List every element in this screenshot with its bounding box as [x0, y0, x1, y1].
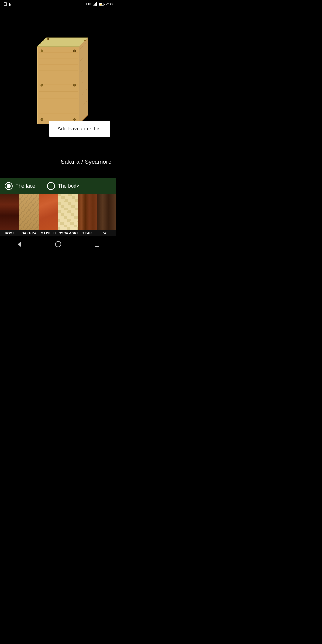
swatches-row: ROSE SAKURA SAPELLI SYCAMORE TEAK W... — [0, 194, 116, 236]
radio-face-label: The face — [16, 183, 35, 189]
swatch-rose-label: ROSE — [0, 230, 19, 236]
svg-marker-39 — [18, 242, 21, 247]
radio-row: The face The body — [0, 178, 116, 194]
signal-icon — [93, 2, 97, 6]
home-icon — [55, 241, 61, 247]
svg-rect-8 — [104, 4, 105, 5]
status-bar: N LTE ⚡ 2:38 — [0, 0, 116, 8]
svg-text:⚡: ⚡ — [100, 3, 103, 6]
swatch-extra-image — [97, 194, 116, 230]
cajon-svg — [19, 35, 97, 127]
back-icon — [16, 241, 23, 247]
svg-text:N: N — [9, 2, 12, 6]
svg-rect-6 — [96, 2, 97, 6]
swatch-teak-image — [78, 194, 97, 230]
swatch-sycamore-label: SYCAMORE — [58, 230, 78, 236]
swatch-rose-image — [0, 194, 19, 230]
svg-point-34 — [41, 84, 43, 86]
svg-point-31 — [73, 50, 76, 52]
svg-point-30 — [41, 50, 43, 52]
sim-icon — [3, 2, 7, 6]
svg-point-32 — [41, 118, 43, 121]
swatch-sycamore[interactable]: SYCAMORE — [58, 194, 78, 236]
nav-back-button[interactable] — [13, 238, 26, 251]
svg-rect-3 — [93, 5, 94, 6]
time-display: 2:38 — [106, 2, 113, 6]
battery-icon: ⚡ — [99, 2, 105, 6]
lte-label: LTE — [86, 3, 91, 6]
cajon-image-area: Add Favourites List — [0, 8, 116, 145]
add-favourites-button[interactable]: Add Favourites List — [49, 121, 110, 137]
swatch-teak-label: TEAK — [78, 230, 97, 236]
svg-point-37 — [47, 38, 49, 40]
status-bar-left: N — [3, 2, 13, 6]
swatch-sakura-image — [19, 194, 39, 230]
swatch-sycamore-image — [58, 194, 78, 230]
svg-marker-13 — [37, 47, 79, 124]
radio-body-circle — [47, 182, 55, 190]
main-content: Add Favourites List Sakura / Sycamore Th… — [0, 8, 116, 252]
swatch-sakura[interactable]: SAKURA — [19, 194, 39, 236]
nav-home-button[interactable] — [52, 238, 65, 251]
svg-rect-4 — [94, 4, 95, 6]
svg-point-40 — [55, 242, 61, 247]
swatch-rose[interactable]: ROSE — [0, 194, 19, 236]
swatch-sakura-label: SAKURA — [19, 230, 39, 236]
svg-rect-5 — [95, 3, 96, 6]
radio-option-body[interactable]: The body — [47, 182, 79, 190]
cajon-3d-view — [19, 35, 97, 128]
n-icon: N — [9, 2, 13, 6]
swatch-teak[interactable]: TEAK — [78, 194, 97, 236]
recents-icon — [94, 241, 100, 247]
swatch-sapelli-image — [39, 194, 58, 230]
radio-face-circle — [5, 182, 13, 190]
radio-option-face[interactable]: The face — [5, 182, 35, 190]
swatch-extra-label: W... — [97, 230, 116, 236]
svg-point-35 — [73, 84, 76, 86]
nav-bar — [0, 236, 116, 252]
svg-point-36 — [84, 40, 86, 41]
swatch-extra[interactable]: W... — [97, 194, 116, 236]
svg-marker-12 — [79, 38, 88, 124]
status-icons-right: LTE ⚡ 2:38 — [86, 2, 113, 6]
radio-body-label: The body — [58, 183, 79, 189]
swatch-sapelli-label: SAPELLI — [39, 230, 58, 236]
nav-recents-button[interactable] — [90, 238, 103, 251]
bottom-panel: The face The body ROSE SAKURA SAPELLI — [0, 178, 116, 252]
selection-label: Sakura / Sycamore — [61, 159, 112, 165]
svg-rect-1 — [4, 3, 6, 5]
svg-rect-41 — [95, 242, 99, 246]
svg-point-33 — [73, 118, 76, 121]
swatch-sapelli[interactable]: SAPELLI — [39, 194, 58, 236]
